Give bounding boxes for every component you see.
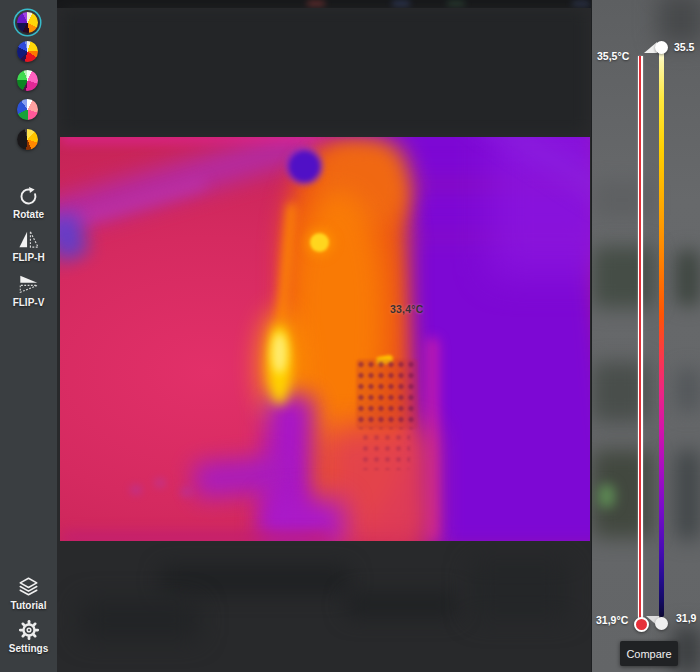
background-blur-blob bbox=[676, 368, 700, 412]
gear-icon bbox=[18, 619, 40, 641]
app-shade bbox=[470, 560, 570, 620]
settings-label: Settings bbox=[9, 643, 48, 654]
palette-amber-button[interactable] bbox=[15, 127, 40, 152]
tutorial-label: Tutorial bbox=[11, 600, 47, 611]
thermal-region bbox=[356, 359, 418, 429]
palette-green-pink-button[interactable] bbox=[15, 68, 40, 93]
blur-dot bbox=[307, 1, 325, 7]
blur-dot bbox=[392, 1, 410, 7]
max-handle[interactable] bbox=[655, 41, 668, 54]
thermal-region bbox=[60, 137, 360, 143]
tutorial-button[interactable]: Tutorial bbox=[0, 576, 57, 611]
app-shade bbox=[160, 566, 350, 594]
app-top-strip bbox=[57, 0, 592, 8]
flip-vertical-icon bbox=[17, 273, 41, 295]
app-shade bbox=[63, 10, 585, 132]
palette-blue-green-pink-button[interactable] bbox=[15, 97, 40, 122]
palette-amber-swatch bbox=[17, 129, 38, 150]
app-shade bbox=[80, 600, 200, 640]
thermal-region bbox=[60, 532, 330, 541]
background-blur-blob bbox=[658, 0, 700, 44]
background-blur-blob bbox=[676, 250, 700, 306]
level-handle-red[interactable] bbox=[634, 617, 649, 632]
thermal-hotspot bbox=[310, 233, 329, 252]
rotate-icon bbox=[18, 186, 39, 207]
compare-button[interactable]: Compare bbox=[620, 641, 678, 666]
palette-iron-swatch bbox=[17, 12, 38, 33]
app-window: 33,4°C bbox=[0, 0, 592, 672]
background-desktop bbox=[592, 0, 700, 672]
flip-v-label: FLIP-V bbox=[13, 297, 45, 308]
palette-rainbow-swatch bbox=[17, 41, 38, 62]
background-blur-blob bbox=[598, 484, 615, 508]
palette-iron-button[interactable] bbox=[15, 10, 40, 35]
rotate-label: Rotate bbox=[13, 209, 44, 220]
palette-green-pink-swatch bbox=[17, 70, 38, 91]
palette-rainbow-button[interactable] bbox=[15, 39, 40, 64]
app-shade bbox=[345, 592, 460, 618]
background-blur-blob bbox=[676, 450, 700, 540]
flip-v-button[interactable]: FLIP-V bbox=[0, 273, 57, 308]
min-handle[interactable] bbox=[655, 617, 668, 630]
background-blur-blob bbox=[592, 246, 654, 308]
flip-horizontal-icon bbox=[17, 229, 41, 250]
layers-icon bbox=[17, 576, 40, 598]
thermal-region bbox=[155, 479, 165, 487]
screen: 33,4°C Rotate bbox=[0, 0, 700, 672]
spot-temperature-label: 33,4°C bbox=[390, 303, 423, 315]
blur-dot bbox=[572, 1, 590, 7]
thermal-image[interactable]: 33,4°C bbox=[60, 137, 590, 541]
thermal-cold-spot bbox=[289, 151, 320, 182]
thermal-region bbox=[360, 432, 410, 470]
rotate-button[interactable]: Rotate bbox=[0, 186, 57, 220]
blur-dot bbox=[447, 1, 465, 7]
flip-h-button[interactable]: FLIP-H bbox=[0, 229, 57, 263]
flip-h-label: FLIP-H bbox=[12, 252, 44, 263]
palette-blue-green-pink-swatch bbox=[17, 99, 38, 120]
thermal-hotspot bbox=[272, 333, 287, 373]
settings-button[interactable]: Settings bbox=[0, 619, 57, 654]
level-slider-track[interactable] bbox=[638, 56, 643, 618]
background-blur-blob bbox=[592, 180, 652, 220]
sidebar: Rotate FLIP-H FLIP-V Tutorial bbox=[0, 0, 57, 672]
